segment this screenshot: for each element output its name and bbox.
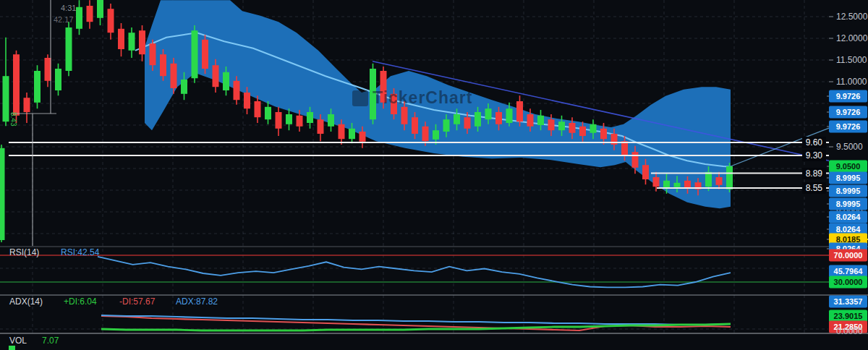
candle-body <box>380 71 387 103</box>
candle-body <box>663 181 670 188</box>
candle-body <box>684 181 691 188</box>
candle-body <box>202 40 208 69</box>
candle-body <box>527 114 534 127</box>
candle-body <box>255 101 261 117</box>
candle-body <box>0 148 5 240</box>
candle-body <box>213 65 219 87</box>
candle-body <box>181 80 187 94</box>
candle-body <box>370 69 376 119</box>
candle-body <box>76 7 82 29</box>
candle-body <box>359 132 366 142</box>
candle-body <box>318 119 324 134</box>
candle-body <box>579 127 586 136</box>
rsi-line <box>98 257 731 288</box>
candle-body <box>726 166 733 189</box>
candle-body <box>171 64 177 88</box>
candle-body <box>223 72 229 90</box>
candle-body <box>674 183 681 187</box>
candle-body <box>443 119 450 132</box>
candle-body <box>516 101 523 121</box>
trading-chart: TickerChart 4:31 42.17 8.43 12.500012.00… <box>0 0 868 350</box>
candle-body <box>265 107 271 119</box>
chart-canvas[interactable] <box>0 0 868 350</box>
candle-body <box>653 177 660 187</box>
volume-bar <box>9 346 15 350</box>
candle-body <box>495 112 502 124</box>
candle-body <box>464 117 471 129</box>
candle-body <box>286 114 292 124</box>
candle-body <box>705 172 712 187</box>
candle-body <box>192 30 198 78</box>
candle-body <box>66 27 72 71</box>
candle-body <box>558 121 565 130</box>
candle-body <box>3 76 9 121</box>
candle-body <box>150 43 156 65</box>
candle-body <box>485 108 492 119</box>
candle-body <box>129 33 135 51</box>
candle-body <box>716 177 723 185</box>
candle-body <box>475 112 481 127</box>
candle-body <box>433 130 439 140</box>
candle-body <box>454 114 460 124</box>
candle-body <box>34 71 41 103</box>
plus-di-line <box>101 324 731 330</box>
candle-body <box>297 116 303 127</box>
candle-body <box>412 117 418 134</box>
candle-body <box>13 54 20 116</box>
candle-body <box>590 124 597 133</box>
candle-body <box>45 58 51 81</box>
candle-body <box>401 107 408 124</box>
candle-body <box>139 30 145 54</box>
candle-body <box>244 93 250 108</box>
candle-body <box>621 141 628 155</box>
candle-body <box>548 119 555 130</box>
candle-body <box>506 108 513 123</box>
candle-body <box>118 29 124 49</box>
candle-body <box>97 0 103 18</box>
candle-body <box>55 69 61 90</box>
candle-body <box>108 9 114 33</box>
candle-body <box>328 114 334 127</box>
candle-body <box>632 152 639 168</box>
candle-body <box>276 112 282 129</box>
projection-line <box>731 128 829 166</box>
candle-body <box>234 81 240 100</box>
candle-body <box>87 6 93 22</box>
candle-body <box>642 165 649 179</box>
candle-body <box>391 94 397 114</box>
candle-body <box>307 112 313 123</box>
candle-body <box>537 116 544 125</box>
candle-body <box>339 124 345 139</box>
candle-body <box>569 123 576 133</box>
candle-body <box>24 98 30 112</box>
candle-body <box>600 129 607 139</box>
candle-body <box>160 54 166 76</box>
candle-body <box>349 129 355 139</box>
candle-body <box>422 127 429 141</box>
